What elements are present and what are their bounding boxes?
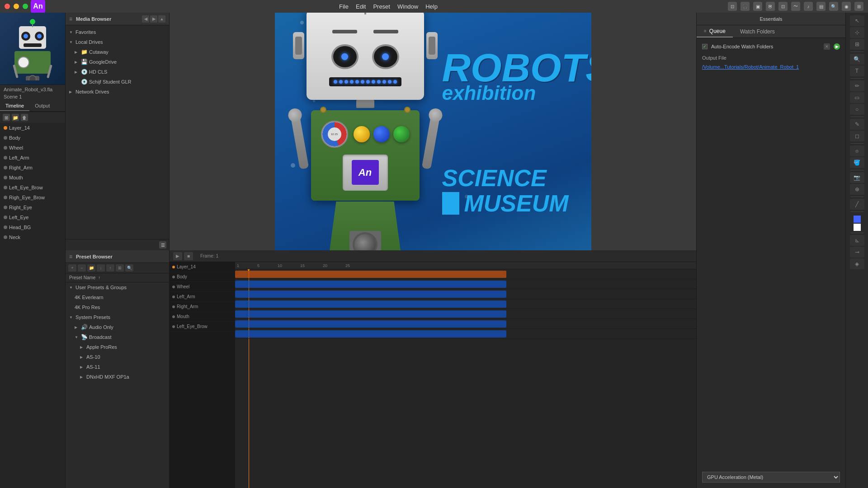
watch-folders-tab[interactable]: Watch Folders bbox=[733, 25, 782, 38]
tl-dot bbox=[172, 296, 175, 298]
nav-back[interactable]: ◀ bbox=[142, 15, 149, 23]
search-preset-btn[interactable]: 🔍 bbox=[125, 264, 133, 272]
oval-tool[interactable]: ○ bbox=[850, 104, 864, 115]
maximize-button[interactable] bbox=[23, 4, 28, 9]
text-tool[interactable]: T bbox=[850, 66, 864, 76]
new-preset-btn[interactable]: + bbox=[68, 264, 76, 272]
zoom-tool[interactable]: 🔍 bbox=[850, 54, 864, 65]
status-dot: ▶ bbox=[834, 43, 840, 50]
select-tool[interactable]: ⊹ bbox=[850, 27, 864, 38]
apple-prores-preset[interactable]: ▶ Apple ProRes bbox=[76, 342, 169, 352]
layer-item-lefteye[interactable]: Left_Eye bbox=[0, 212, 65, 222]
menu-item-preset[interactable]: Preset bbox=[373, 3, 390, 10]
cutaway-folder[interactable]: ▶ 📁 Cutaway bbox=[71, 47, 169, 57]
stop-btn[interactable]: ■ bbox=[184, 252, 193, 260]
nav-up[interactable]: ▲ bbox=[158, 15, 165, 23]
queue-tab[interactable]: ≡ Queue bbox=[697, 25, 733, 38]
as11-preset[interactable]: ▶ AS-11 bbox=[76, 362, 169, 372]
menu-item-help[interactable]: Help bbox=[425, 3, 438, 10]
dropper-tool[interactable]: ⌾ bbox=[850, 145, 864, 156]
layer-item-righteyebrow[interactable]: Righ_Eye_Brow bbox=[0, 192, 65, 202]
btn-yellow bbox=[354, 126, 370, 142]
preset-4k-everlearn[interactable]: 4K Everlearn bbox=[71, 292, 169, 302]
layer-item-body[interactable]: Body bbox=[0, 133, 65, 143]
zoom-in-tool[interactable]: ⊕ bbox=[850, 184, 864, 195]
stroke-swatch[interactable] bbox=[854, 216, 861, 223]
layer-dot-orange bbox=[4, 126, 7, 130]
layer-item-neck[interactable]: Neck bbox=[0, 232, 65, 242]
layer-item-headbg[interactable]: Head_BG bbox=[0, 222, 65, 232]
layer-item-righteye[interactable]: Right_Eye bbox=[0, 202, 65, 212]
camera-tool[interactable]: 📷 bbox=[850, 172, 864, 183]
tab-timeline[interactable]: Timeline bbox=[0, 101, 29, 111]
googledrive-folder[interactable]: ▶ 💾 GoogleDrive bbox=[71, 57, 169, 67]
close-button[interactable] bbox=[5, 4, 10, 9]
export-preset-btn[interactable]: ↑ bbox=[106, 264, 114, 272]
pencil-tool[interactable]: ✎ bbox=[850, 119, 864, 130]
tool-separator bbox=[850, 211, 864, 212]
robot-eye-right bbox=[372, 44, 399, 69]
eraser-tool[interactable]: ◻ bbox=[850, 131, 864, 141]
robot-eyes bbox=[331, 44, 399, 69]
favorites-folder[interactable]: ▼ Favorites bbox=[66, 27, 169, 37]
tl-layer-body: Body bbox=[170, 272, 235, 282]
paint-tool[interactable]: 🪣 bbox=[850, 157, 864, 168]
network-drives-folder[interactable]: ▶ Network Drives bbox=[66, 87, 169, 97]
layer-item-wheel[interactable]: Wheel bbox=[0, 143, 65, 153]
fill-swatch[interactable] bbox=[854, 224, 861, 231]
mouth-dot bbox=[372, 80, 375, 84]
transform-tool[interactable]: ⊞ bbox=[850, 39, 864, 50]
delete-preset-btn[interactable]: − bbox=[78, 264, 86, 272]
preset-4k-pro-res[interactable]: 4K Pro Res bbox=[71, 302, 169, 312]
layer-dot bbox=[4, 225, 7, 229]
dnxhd-preset[interactable]: ▶ DNxHD MXF OP1a bbox=[76, 372, 169, 382]
layer-item-leftarm[interactable]: Left_Arm bbox=[0, 153, 65, 163]
as10-preset[interactable]: ▶ AS-10 bbox=[76, 352, 169, 362]
menu-item-file[interactable]: File bbox=[339, 3, 349, 10]
menu-item-window[interactable]: Window bbox=[397, 3, 418, 10]
layer-item-rightarm[interactable]: Right_Arm bbox=[0, 163, 65, 173]
gpu-select[interactable]: GPU Acceleration (Metal) bbox=[702, 472, 840, 483]
import-preset-btn[interactable]: ↓ bbox=[97, 264, 105, 272]
auto-encode-checkbox[interactable]: ✓ bbox=[702, 44, 708, 49]
hdcls-folder[interactable]: ▶ 💿 HD CLS bbox=[71, 67, 169, 77]
layer-item-layer14[interactable]: Layer_14 bbox=[0, 123, 65, 133]
chevron-down-icon: ▼ bbox=[69, 315, 74, 319]
preset-browser-header: ≡ Preset Browser bbox=[66, 250, 169, 263]
layer-item-lefteyebrow[interactable]: Left_Eye_Brow bbox=[0, 183, 65, 192]
search-icon[interactable]: 🔍 bbox=[829, 2, 838, 11]
play-btn[interactable]: ▶ bbox=[173, 252, 182, 260]
audio-only-preset[interactable]: ▶ 🔊 Audio Only bbox=[71, 322, 169, 332]
asset-tool[interactable]: ◈ bbox=[850, 258, 864, 269]
add-layer-btn[interactable]: ⊞ bbox=[3, 114, 10, 121]
duplicate-preset-btn[interactable]: ⊞ bbox=[116, 264, 124, 272]
track-area[interactable] bbox=[235, 269, 696, 488]
nav-forward[interactable]: ▶ bbox=[150, 15, 157, 23]
shoulder-left bbox=[287, 108, 303, 123]
preset-icon: ≡ bbox=[69, 253, 72, 260]
cursor-tool[interactable]: ↖ bbox=[850, 15, 864, 26]
bottom-panels: ≡ Preset Browser + − 📁 ↓ ↑ ⊞ 🔍 Preset Na… bbox=[66, 250, 696, 488]
schijf-folder[interactable]: 💿 Schijf Student GLR bbox=[71, 77, 169, 87]
list-view-btn[interactable]: ☰ bbox=[159, 241, 166, 249]
minimize-button[interactable] bbox=[14, 4, 19, 9]
folder-preset-btn[interactable]: 📁 bbox=[87, 264, 95, 272]
menu-item-edit[interactable]: Edit bbox=[356, 3, 366, 10]
snap-tool[interactable]: ⊾ bbox=[850, 235, 864, 246]
close-icon[interactable]: ✕ bbox=[824, 43, 830, 50]
scene-sublabel: Scene 1 bbox=[0, 92, 65, 101]
pen-tool[interactable]: ✏ bbox=[850, 80, 864, 91]
user-presets-group[interactable]: ▼ User Presets & Groups bbox=[66, 282, 169, 292]
system-presets-group[interactable]: ▼ System Presets bbox=[66, 312, 169, 322]
output-file-path[interactable]: /Volume...Tutorials/Robot/Animate_Robot_… bbox=[702, 64, 840, 70]
rect-tool[interactable]: ▭ bbox=[850, 92, 864, 103]
bone-tool[interactable]: ⊸ bbox=[850, 247, 864, 258]
layer-item-mouth[interactable]: Mouth bbox=[0, 173, 65, 183]
local-drives-folder[interactable]: ▼ Local Drives bbox=[66, 37, 169, 47]
tab-output[interactable]: Output bbox=[29, 101, 55, 111]
line-tool[interactable]: ╱ bbox=[850, 199, 864, 210]
folder-btn[interactable]: 📁 bbox=[12, 114, 19, 121]
broadcast-preset[interactable]: ▼ 📡 Broadcast bbox=[71, 332, 169, 342]
delete-layer-btn[interactable]: 🗑 bbox=[21, 114, 28, 121]
track-bar bbox=[235, 291, 506, 298]
